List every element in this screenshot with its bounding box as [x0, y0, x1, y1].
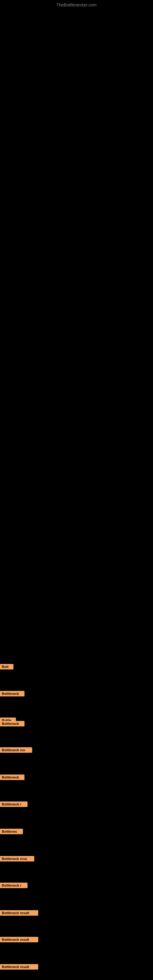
bottleneck-result-badge: Bottleneck [0, 691, 24, 697]
bottleneck-result-badge: Bottleneck [0, 775, 24, 780]
bottleneck-result-badge: Bottleneck result [0, 910, 38, 916]
bottleneck-result-badge: Bottleneck [0, 721, 24, 726]
bottleneck-result-badge: Bottlenec [0, 829, 23, 834]
bottleneck-result-badge: Bottleneck res [0, 747, 32, 753]
bottleneck-result-badge: Bottleneck result [0, 937, 38, 942]
bottleneck-result-badge: Bottleneck result [0, 964, 38, 970]
bottleneck-result-badge: Bott [0, 664, 13, 670]
bottleneck-result-badge: Bottleneck r [0, 802, 27, 807]
site-title: TheBottlenecker.com [56, 2, 97, 7]
bottleneck-result-badge: Bottleneck r [0, 883, 27, 888]
bottleneck-result-badge: Bottleneck resu [0, 856, 34, 861]
